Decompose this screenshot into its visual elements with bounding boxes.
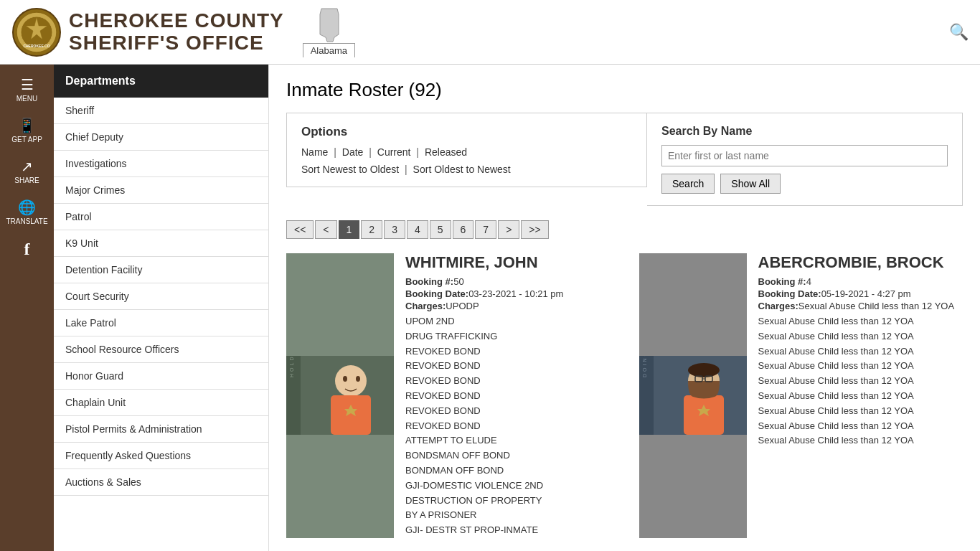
search-button[interactable]: Search [661,174,715,194]
dept-nav-item-school-resource-officers[interactable]: School Resource Officers [54,336,268,363]
pagination-page-7[interactable]: 7 [475,220,496,239]
inmate-card-whitmire: HOLDING WHITMIRE, JOHN [286,253,611,538]
inmate-charges-list-abercrombie: Sexual Abuse Child less than 12 YOA Sexu… [758,314,963,448]
logo-area: CHEROKEE CO CHEROKEE COUNTY SHERIFF'S OF… [11,7,355,57]
dept-nav-item-chaplain-unit[interactable]: Chaplain Unit [54,390,268,416]
pagination-page-2[interactable]: 2 [361,220,382,239]
inmate-list: HOLDING WHITMIRE, JOHN [286,253,963,538]
pagination-page-1[interactable]: 1 [339,220,360,239]
state-label: Alabama [303,43,355,57]
menu-icon: ☰ [21,76,34,93]
inmate-charges-label-abercrombie: Charges:Sexual Abuse Child less than 12 … [758,301,963,311]
dept-nav-item-pistol-permits[interactable]: Pistol Permits & Administration [54,416,268,443]
search-title: Search By Name [661,125,948,138]
pagination-page-6[interactable]: 6 [453,220,474,239]
department-nav: Departments Sheriff Chief Deputy Investi… [54,65,269,551]
sort-by-date-link[interactable]: Date [342,146,364,158]
svg-point-10 [343,376,347,382]
sidebar-menu-label: MENU [17,95,37,103]
alabama-shape-icon [314,7,343,43]
dept-nav-item-k9-unit[interactable]: K9 Unit [54,230,268,257]
inmate-name-whitmire: WHITMIRE, JOHN [405,253,611,272]
main-layout: ☰ MENU 📱 GET APP ↗ SHARE 🌐 TRANSLATE f D… [0,65,980,551]
sidebar-item-menu[interactable]: ☰ MENU [0,70,54,108]
pagination-prev[interactable]: < [315,220,336,239]
svg-rect-17 [684,395,724,435]
sort-order-links: Sort Newest to Oldest | Sort Oldest to N… [301,164,632,175]
dept-nav-item-investigations[interactable]: Investigations [54,151,268,177]
options-search-row: Options Name | Date | Current | Released… [286,113,963,206]
sidebar-share-label: SHARE [14,176,39,184]
inmate-booking-date-whitmire: Booking Date:03-23-2021 - 10:21 pm [405,288,611,299]
pagination-page-5[interactable]: 5 [430,220,451,239]
sidebar-translate-label: TRANSLATE [6,217,47,225]
icon-sidebar: ☰ MENU 📱 GET APP ↗ SHARE 🌐 TRANSLATE f [0,65,54,551]
inmate-name-abercrombie: ABERCROMBIE, BROCK [758,253,963,272]
sort-by-released-link[interactable]: Released [425,146,467,158]
pagination-last[interactable]: >> [521,220,548,239]
state-indicator: Alabama [303,7,355,57]
main-content: Inmate Roster (92) Options Name | Date |… [269,65,980,551]
inmate-info-abercrombie: ABERCROMBIE, BROCK Booking #:4 Booking D… [758,253,963,538]
svg-rect-9 [331,395,371,435]
dept-nav-item-patrol[interactable]: Patrol [54,204,268,230]
dept-nav-item-auctions[interactable]: Auctions & Sales [54,469,268,496]
search-box: Search By Name Search Show All [647,113,963,206]
options-title: Options [301,125,632,139]
pagination-page-4[interactable]: 4 [407,220,428,239]
dept-nav-item-faq[interactable]: Frequently Asked Questions [54,443,268,469]
sidebar-app-label: GET APP [11,136,42,143]
inmate-charges-label-whitmire: Charges:UPODP [405,301,611,311]
sort-type-links: Name | Date | Current | Released [301,146,632,158]
sort-newest-link[interactable]: Sort Newest to Oldest [301,164,399,175]
svg-point-11 [356,376,360,382]
sidebar-item-share[interactable]: ↗ SHARE [0,152,54,190]
agency-title: CHEROKEE COUNTY SHERIFF'S OFFICE [69,10,284,55]
dept-nav-item-lake-patrol[interactable]: Lake Patrol [54,310,268,336]
share-icon: ↗ [21,158,33,175]
pagination-page-3[interactable]: 3 [384,220,405,239]
sidebar-item-translate[interactable]: 🌐 TRANSLATE [0,193,54,231]
facebook-icon: f [24,240,30,259]
phone-icon: 📱 [18,117,36,134]
sort-oldest-link[interactable]: Sort Oldest to Newest [413,164,511,175]
sort-by-name-link[interactable]: Name [301,146,328,158]
inmate-photo-whitmire: HOLDING [286,253,394,538]
dept-nav-item-sheriff[interactable]: Sheriff [54,98,268,124]
svg-text:DOING: DOING [642,356,647,377]
page-title: Inmate Roster (92) [286,79,963,101]
dept-nav-item-honor-guard[interactable]: Honor Guard [54,363,268,390]
svg-point-18 [688,363,720,377]
pagination-next[interactable]: > [498,220,519,239]
header-search-icon[interactable]: 🔍 [949,23,969,42]
options-box: Options Name | Date | Current | Released… [286,113,647,187]
inmate-photo-abercrombie: DOING [639,253,747,538]
pagination: << < 1 2 3 4 5 6 7 > >> [286,220,963,239]
sidebar-item-get-app[interactable]: 📱 GET APP [0,111,54,149]
dept-nav-title: Departments [54,65,268,98]
dept-nav-item-major-crimes[interactable]: Major Crimes [54,177,268,204]
agency-badge: CHEROKEE CO [11,7,62,57]
photo-whitmire-svg: HOLDING [286,356,394,435]
show-all-button[interactable]: Show All [720,174,781,194]
svg-text:HOLDING: HOLDING [289,356,294,377]
inmate-booking-num-abercrombie: Booking #:4 [758,276,963,287]
svg-point-8 [335,365,367,397]
agency-name-line1: CHEROKEE COUNTY [69,10,284,32]
svg-text:CHEROKEE CO: CHEROKEE CO [23,44,50,48]
sort-by-current-link[interactable]: Current [377,146,411,158]
dept-nav-item-court-security[interactable]: Court Security [54,283,268,310]
dept-nav-item-detention-facility[interactable]: Detention Facility [54,257,268,283]
inmate-charges-list-whitmire: UPOM 2ND DRUG TRAFFICKING REVOKED BOND R… [405,314,611,538]
sidebar-item-facebook[interactable]: f [0,234,54,266]
inmate-booking-date-abercrombie: Booking Date:05-19-2021 - 4:27 pm [758,288,963,299]
search-buttons: Search Show All [661,174,948,194]
search-input[interactable] [661,145,948,166]
globe-icon: 🌐 [18,199,36,216]
pagination-first[interactable]: << [286,220,314,239]
dept-nav-item-chief-deputy[interactable]: Chief Deputy [54,124,268,151]
inmate-card-abercrombie: DOING [639,253,963,538]
page-header: CHEROKEE CO CHEROKEE COUNTY SHERIFF'S OF… [0,0,980,65]
inmate-booking-num-whitmire: Booking #:50 [405,276,611,287]
agency-name-line2: SHERIFF'S OFFICE [69,32,284,55]
